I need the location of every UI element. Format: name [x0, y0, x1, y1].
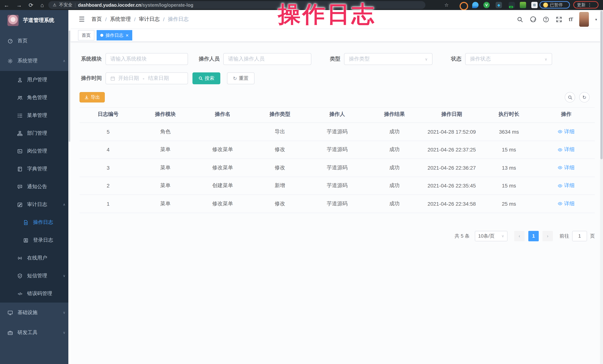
- chevron-down-icon[interactable]: ▾: [595, 17, 597, 21]
- operator-input[interactable]: 请输入操作人员: [223, 53, 311, 65]
- extension-v-icon[interactable]: V: [483, 2, 490, 8]
- help-icon[interactable]: [543, 16, 549, 23]
- browser-update-button[interactable]: 更新 ⋮: [573, 1, 599, 9]
- operate-log-table: 日志编号操作模块操作名操作类型操作人操作结果操作日期执行时长操作 5角色导出芋道…: [80, 107, 595, 213]
- collapse-menu-icon[interactable]: ☰: [79, 15, 85, 23]
- breadcrumb-item[interactable]: 审计日志: [139, 16, 160, 23]
- sidebar-item-错误码管理[interactable]: </>错误码管理: [0, 285, 70, 303]
- address-bar[interactable]: ⚠ 不安全 dashboard.yudao.iocoder.cn/system/…: [48, 1, 425, 9]
- column-header-操作日期: 操作日期: [423, 108, 480, 123]
- module-input[interactable]: 请输入系统模块: [105, 53, 188, 65]
- sidebar-scrollbar-thumb[interactable]: [69, 31, 70, 142]
- tags-bar: 首页操作日志×: [70, 29, 603, 42]
- tag-close-icon[interactable]: ×: [126, 33, 128, 38]
- sidebar-item-label: 角色管理: [27, 94, 47, 101]
- search-button[interactable]: 搜索: [192, 72, 220, 84]
- avatar[interactable]: [579, 12, 589, 27]
- export-button[interactable]: 导出: [80, 92, 105, 102]
- tag-操作日志[interactable]: 操作日志×: [97, 30, 132, 41]
- bookmark-star-icon[interactable]: ☆: [444, 0, 449, 10]
- table-cell: 2021-04-26 22:36:27: [423, 159, 480, 177]
- sidebar-menu: 首页系统管理∧用户管理角色管理菜单管理部门管理岗位管理字典管理通知公告审计日志∧…: [0, 31, 70, 343]
- table-row: 2菜单创建菜单新增芋道源码成功2021-04-26 22:35:4515 ms详…: [80, 177, 595, 195]
- show-search-toggle-button[interactable]: [565, 92, 575, 102]
- sidebar-item-基础设施[interactable]: 基础设施∨: [0, 303, 70, 323]
- breadcrumb-item[interactable]: 首页: [91, 16, 102, 23]
- detail-link[interactable]: 详细: [558, 146, 575, 153]
- browser-menu-icon[interactable]: ⋮: [587, 2, 592, 7]
- sidebar-item-短信管理[interactable]: 短信管理∨: [0, 267, 70, 285]
- sidebar-item-登录日志[interactable]: 登录日志: [0, 231, 70, 249]
- app-logo[interactable]: 芋道管理系统: [0, 10, 70, 31]
- time-label: 操作时间: [80, 75, 105, 82]
- breadcrumb: 首页/系统管理/审计日志/操作日志: [91, 16, 188, 23]
- sidebar-scrollbar[interactable]: [68, 10, 70, 364]
- sidebar-item-用户管理[interactable]: 用户管理: [0, 71, 70, 89]
- breadcrumb-item[interactable]: 系统管理: [110, 16, 131, 23]
- sidebar-item-通知公告[interactable]: 通知公告: [0, 178, 70, 196]
- status-select[interactable]: 操作状态∨: [465, 53, 552, 65]
- fullscreen-icon[interactable]: [556, 16, 563, 23]
- extensions-puzzle-icon[interactable]: [531, 2, 538, 8]
- type-select[interactable]: 操作类型∨: [344, 53, 432, 65]
- dev-tools-icon: [7, 330, 13, 335]
- sidebar-item-系统管理[interactable]: 系统管理∧: [0, 51, 70, 71]
- column-header-操作类型: 操作类型: [251, 108, 309, 123]
- range-separator: -: [143, 75, 144, 81]
- refresh-table-button[interactable]: ↻: [579, 92, 590, 102]
- column-header-执行时长: 执行时长: [480, 108, 538, 123]
- sidebar-item-审计日志[interactable]: 审计日志∧: [0, 196, 70, 213]
- detail-link[interactable]: 详细: [558, 128, 575, 135]
- chevron-down-icon: ∨: [545, 57, 547, 61]
- detail-link[interactable]: 详细: [558, 200, 575, 207]
- table-cell: 菜单: [137, 195, 194, 213]
- extension-on-badge-icon[interactable]: on: [509, 2, 515, 8]
- github-icon[interactable]: [530, 16, 536, 23]
- sidebar-item-首页[interactable]: 首页: [0, 31, 70, 51]
- detail-link[interactable]: 详细: [558, 164, 575, 171]
- table-body: 5角色导出芋道源码成功2021-04-28 17:52:093634 ms详细4…: [80, 123, 595, 213]
- search-icon[interactable]: [517, 16, 523, 23]
- profile-paused-pill[interactable]: 已暂停: [539, 1, 570, 9]
- prev-page-button[interactable]: ‹: [514, 231, 525, 241]
- back-icon[interactable]: ←: [4, 0, 9, 10]
- next-page-button[interactable]: ›: [543, 231, 553, 241]
- table-cell: [194, 123, 251, 141]
- table-cell: 4: [80, 141, 137, 159]
- home-icon[interactable]: ⌂: [40, 0, 44, 10]
- sidebar-item-菜单管理[interactable]: 菜单管理: [0, 107, 70, 124]
- date-range-input[interactable]: 开始日期 - 结束日期: [105, 72, 188, 84]
- tag-首页[interactable]: 首页: [78, 30, 94, 41]
- goto-page-input[interactable]: [572, 231, 587, 241]
- table-cell: 修改: [251, 141, 309, 159]
- page-scrollbar-thumb[interactable]: [600, 11, 603, 159]
- sidebar-item-研发工具[interactable]: 研发工具∨: [0, 323, 70, 343]
- extension-gem-icon[interactable]: ◆: [496, 2, 502, 8]
- extension-leaf-icon[interactable]: [520, 2, 526, 8]
- extension-orange-icon[interactable]: [460, 2, 468, 11]
- refresh-icon: ↻: [233, 76, 237, 81]
- sidebar-item-label: 登录日志: [33, 237, 53, 243]
- sidebar-item-label: 操作日志: [33, 219, 53, 226]
- forward-icon[interactable]: →: [16, 0, 22, 10]
- table-row: 1菜单修改菜单修改芋道源码成功2021-04-26 22:34:5825 ms详…: [80, 195, 595, 213]
- sidebar-item-label: 通知公告: [27, 183, 47, 190]
- eye-icon: [558, 129, 563, 134]
- sidebar-item-部门管理[interactable]: 部门管理: [0, 124, 70, 142]
- page-size-select[interactable]: 10条/页 ∨: [475, 231, 508, 241]
- org-tree-icon: [17, 131, 23, 136]
- table-cell: 芋道源码: [309, 177, 366, 195]
- reset-button[interactable]: ↻ 重置: [227, 72, 255, 84]
- sidebar-item-角色管理[interactable]: 角色管理: [0, 89, 70, 107]
- sidebar-item-操作日志[interactable]: 操作日志: [0, 213, 70, 231]
- page-scrollbar[interactable]: [600, 10, 603, 364]
- current-page[interactable]: 1: [528, 231, 539, 241]
- sidebar-item-岗位管理[interactable]: 岗位管理: [0, 142, 70, 160]
- reset-button-label: 重置: [239, 75, 249, 82]
- sidebar-item-在线用户[interactable]: 在线用户: [0, 249, 70, 267]
- extension-pin-icon[interactable]: [472, 2, 478, 8]
- reload-icon[interactable]: ⟳: [29, 0, 33, 10]
- detail-link[interactable]: 详细: [558, 182, 575, 189]
- font-size-icon[interactable]: tT: [569, 16, 573, 22]
- sidebar-item-字典管理[interactable]: 字典管理: [0, 160, 70, 178]
